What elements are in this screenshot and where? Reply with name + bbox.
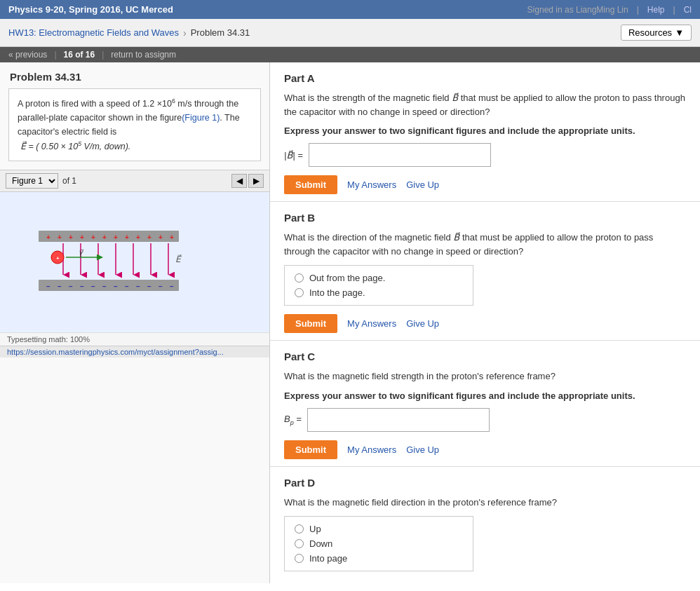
part-a-input-row: |B⃗| = [284, 143, 686, 167]
figure-next-arrow[interactable]: ▶ [248, 174, 264, 188]
nav-bar: « previous | 16 of 16 | return to assign… [0, 47, 700, 62]
part-a-title: Part A [284, 72, 686, 84]
svg-text:+: + [170, 233, 174, 241]
signed-in-text: Signed in as LiangMing Lin [527, 5, 628, 15]
part-b-option-1-label: Out from the page. [309, 273, 385, 283]
part-b-action-row: Submit My Answers Give Up [284, 314, 686, 333]
part-b-give-up-link[interactable]: Give Up [406, 318, 439, 329]
part-c-section: Part C What is the magnetic field streng… [270, 341, 700, 467]
part-b-option-1[interactable]: Out from the page. [295, 273, 463, 283]
svg-text:+: + [125, 233, 129, 241]
part-c-input-row: Bp = [284, 408, 686, 432]
svg-text:+: + [80, 233, 84, 241]
svg-text:−: − [46, 283, 51, 290]
part-c-action-row: Submit My Answers Give Up [284, 440, 686, 459]
part-b-my-answers-link[interactable]: My Answers [347, 318, 396, 329]
svg-text:E⃗: E⃗ [175, 254, 182, 264]
part-d-option-1[interactable]: Up [295, 524, 463, 534]
main-layout: Problem 34.31 A proton is fired with a s… [0, 62, 700, 583]
part-b-radio-2[interactable] [295, 288, 304, 297]
part-c-input-label: Bp = [284, 414, 302, 426]
nav-sep-2: | [102, 50, 104, 60]
figure-link[interactable]: (Figure 1) [182, 113, 220, 123]
part-d-radio-2[interactable] [295, 539, 304, 548]
part-d-option-3-label: Into page [309, 553, 347, 564]
svg-text:+: + [56, 255, 60, 261]
cl-link[interactable]: Cl [684, 5, 692, 15]
svg-text:+: + [159, 233, 163, 241]
part-c-instruction: Express your answer to two significant f… [284, 390, 686, 401]
figure-section: Figure 1 of 1 ◀ ▶ + + + + + [0, 170, 269, 583]
svg-text:−: − [147, 283, 152, 290]
figure-select[interactable]: Figure 1 [6, 173, 58, 189]
part-b-question: What is the direction of the magnetic fi… [284, 231, 686, 258]
nav-sep-1: | [54, 50, 56, 60]
figure-toolbar: Figure 1 of 1 ◀ ▶ [0, 170, 269, 192]
part-a-submit-button[interactable]: Submit [284, 175, 337, 194]
part-d-radio-box: Up Down Into page [284, 516, 473, 571]
problem-title: Problem 34.31 [0, 62, 269, 88]
part-c-title: Part C [284, 351, 686, 362]
typesetting-note: Typesetting math: 100% [0, 332, 269, 346]
part-b-option-2-label: Into the page. [309, 287, 365, 298]
svg-text:−: − [125, 283, 129, 290]
part-d-radio-1[interactable] [295, 524, 304, 534]
part-d-question: What is the magnetic field direction in … [284, 496, 686, 510]
part-d-title: Part D [284, 477, 686, 489]
part-a-instruction: Express your answer to two significant f… [284, 125, 686, 136]
part-b-option-2[interactable]: Into the page. [295, 287, 463, 298]
capacitor-diagram: + + + + + + + + + + + + − − [0, 192, 217, 325]
svg-text:+: + [102, 233, 107, 241]
part-a-action-row: Submit My Answers Give Up [284, 175, 686, 194]
top-header: Physics 9-20, Spring 2016, UC Merced Sig… [0, 0, 700, 19]
figure-of-label: of 1 [62, 176, 76, 186]
separator-2: | [673, 5, 675, 15]
field-equation: E⃗ = ( 0.50 × 105 V/m, down). [20, 142, 130, 151]
resources-button[interactable]: Resources ▼ [621, 25, 692, 41]
svg-text:−: − [80, 283, 84, 290]
return-link[interactable]: return to assignm [111, 50, 176, 60]
svg-text:−: − [58, 283, 62, 290]
part-a-section: Part A What is the strength of the magne… [270, 62, 700, 202]
previous-link[interactable]: « previous [8, 50, 47, 60]
right-panel: Part A What is the strength of the magne… [270, 62, 700, 583]
part-d-option-2-label: Down [309, 538, 332, 549]
problem-breadcrumb: Problem 34.31 [191, 27, 250, 38]
svg-text:−: − [69, 283, 73, 290]
part-b-title: Part B [284, 212, 686, 224]
part-d-section: Part D What is the magnetic field direct… [270, 467, 700, 584]
svg-text:+: + [147, 233, 152, 241]
part-d-radio-3[interactable] [295, 554, 304, 563]
part-a-input[interactable] [309, 143, 491, 167]
part-a-my-answers-link[interactable]: My Answers [347, 179, 396, 190]
svg-text:+: + [91, 233, 95, 241]
part-d-option-1-label: Up [309, 524, 321, 534]
part-a-give-up-link[interactable]: Give Up [406, 179, 439, 190]
part-c-question: What is the magnetic field strength in t… [284, 369, 686, 383]
part-c-my-answers-link[interactable]: My Answers [347, 444, 396, 455]
part-b-radio-1[interactable] [295, 273, 304, 283]
part-d-option-3[interactable]: Into page [295, 553, 463, 564]
separator-1: | [637, 5, 639, 15]
help-link[interactable]: Help [647, 5, 665, 15]
figure-prev-arrow[interactable]: ◀ [231, 174, 247, 188]
svg-text:+: + [114, 233, 118, 241]
header-right: Signed in as LiangMing Lin | Help | Cl [527, 5, 692, 15]
svg-text:−: − [102, 283, 107, 290]
svg-text:+: + [58, 233, 62, 241]
svg-text:v⃗: v⃗ [79, 248, 83, 256]
part-c-input[interactable] [307, 408, 490, 432]
svg-text:−: − [136, 283, 140, 290]
svg-text:−: − [91, 283, 95, 290]
breadcrumb-bar: HW13: Electromagnetic Fields and Waves ›… [0, 19, 700, 47]
svg-text:−: − [114, 283, 118, 290]
part-c-submit-button[interactable]: Submit [284, 440, 337, 459]
part-d-option-2[interactable]: Down [295, 538, 463, 549]
part-c-give-up-link[interactable]: Give Up [406, 444, 439, 455]
figure-nav-arrows: ◀ ▶ [231, 174, 264, 188]
breadcrumb-chevron: › [183, 27, 187, 39]
svg-text:+: + [46, 233, 51, 241]
part-a-input-label: |B⃗| = [284, 150, 303, 161]
part-b-submit-button[interactable]: Submit [284, 314, 337, 333]
hw-breadcrumb-link[interactable]: HW13: Electromagnetic Fields and Waves [8, 27, 179, 38]
